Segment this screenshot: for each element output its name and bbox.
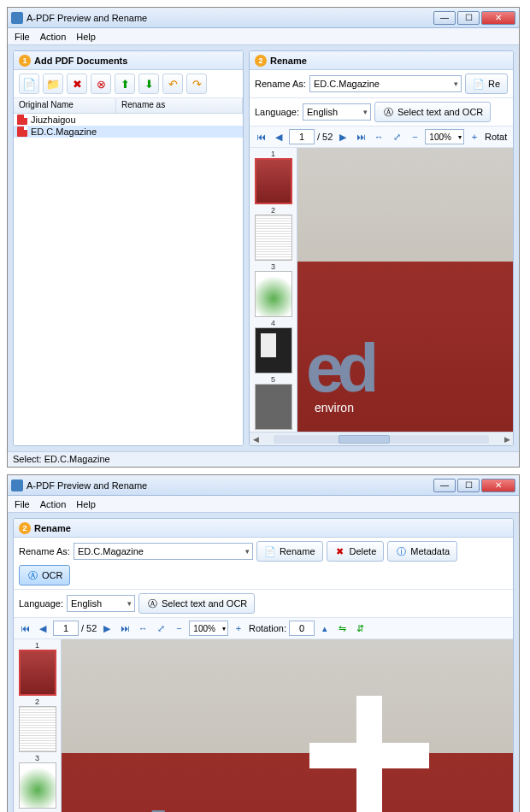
menu-help[interactable]: Help — [76, 499, 96, 509]
select-text-ocr-button[interactable]: Ⓐ Select text and OCR — [374, 102, 491, 122]
app-icon — [11, 480, 23, 491]
zoom-in-button[interactable]: + — [467, 129, 482, 144]
rename-button-short[interactable]: 📄 Re — [465, 74, 508, 94]
cover-logo: ed+c — [62, 808, 253, 812]
page-number-input[interactable] — [53, 621, 79, 636]
panel-add-title: Add PDF Documents — [34, 56, 127, 66]
thumbnail-strip[interactable]: 1 2 3 4 5 — [14, 639, 62, 812]
fit-page-button[interactable]: ⤢ — [389, 129, 404, 144]
zoom-dropdown[interactable]: 100% — [189, 621, 228, 636]
delete-button[interactable]: ✖ Delete — [327, 541, 385, 562]
thumbnail-strip[interactable]: 1 2 3 4 5 — [250, 148, 297, 432]
flip-v-button[interactable]: ⇵ — [353, 621, 368, 636]
ocr-select-icon: Ⓐ — [146, 597, 158, 609]
plus-graphic — [309, 696, 429, 812]
add-folder-button[interactable]: 📁 — [43, 74, 63, 94]
move-down-button[interactable]: ⬇ — [138, 74, 159, 94]
metadata-button[interactable]: ⓘ Metadata — [387, 541, 457, 562]
first-page-button[interactable]: ⏮ — [17, 621, 32, 636]
step-2-badge: 2 — [19, 522, 31, 534]
next-page-button[interactable]: ▶ — [99, 621, 115, 636]
language-dropdown[interactable]: English — [303, 103, 371, 121]
move-up-button[interactable]: ⬆ — [115, 74, 135, 94]
rename-button[interactable]: 📄 Rename — [256, 541, 323, 562]
fit-width-button[interactable]: ↔ — [371, 129, 386, 144]
menu-action[interactable]: Action — [40, 32, 67, 42]
panel-rename-header: 2 Rename — [250, 51, 513, 70]
last-page-button[interactable]: ⏭ — [117, 621, 132, 636]
rename-icon: 📄 — [473, 78, 485, 90]
menu-file[interactable]: File — [15, 499, 30, 509]
thumb-2[interactable]: 2 — [14, 697, 61, 752]
main-preview[interactable]: ed+c environmental design + c — [62, 639, 513, 812]
rename-icon: 📄 — [264, 545, 276, 557]
zoom-in-button[interactable]: + — [231, 621, 246, 636]
main-preview[interactable]: ed environ — [297, 148, 513, 432]
menu-help[interactable]: Help — [76, 32, 96, 42]
rotation-stepper[interactable]: ▴ — [317, 621, 333, 636]
file-list: Jiuzhaigou ED.C.Magazine — [14, 114, 243, 445]
col-rename[interactable]: Rename as — [116, 98, 243, 113]
menu-file[interactable]: File — [15, 32, 30, 42]
redo-button[interactable]: ↷ — [186, 74, 207, 94]
panel-rename-header: 2 Rename — [14, 519, 513, 538]
minimize-button[interactable]: — — [433, 11, 456, 25]
thumb-3[interactable]: 3 — [250, 262, 297, 317]
ocr-select-icon: Ⓐ — [382, 106, 394, 118]
next-page-button[interactable]: ▶ — [335, 129, 350, 144]
menubar: File Action Help — [8, 28, 519, 45]
app-title: A-PDF Preview and Rename — [26, 480, 433, 491]
language-dropdown[interactable]: English — [67, 595, 135, 612]
select-text-ocr-button[interactable]: Ⓐ Select text and OCR — [138, 593, 255, 614]
menu-action[interactable]: Action — [40, 499, 67, 509]
maximize-button[interactable]: ☐ — [457, 479, 480, 492]
fit-width-button[interactable]: ↔ — [135, 621, 150, 636]
step-2-badge: 2 — [255, 55, 267, 67]
rename-as-dropdown[interactable]: ED.C.Magazine — [309, 75, 462, 92]
last-page-button[interactable]: ⏭ — [353, 129, 368, 144]
thumb-4[interactable]: 4 — [250, 319, 297, 374]
minimize-button[interactable]: — — [433, 479, 456, 492]
maximize-button[interactable]: ☐ — [457, 11, 480, 25]
file-list-header: Original Name Rename as — [14, 98, 243, 114]
thumb-3[interactable]: 3 — [14, 754, 61, 809]
page-number-input[interactable] — [289, 129, 315, 144]
thumb-2[interactable]: 2 — [250, 206, 297, 261]
thumb-1[interactable]: 1 — [14, 641, 61, 696]
thumb-1[interactable]: 1 — [250, 150, 297, 204]
file-name: ED.C.Magazine — [31, 127, 97, 137]
scroll-left-icon[interactable]: ◀ — [250, 435, 262, 444]
rotation-label: Rotation: — [249, 623, 286, 633]
scroll-right-icon[interactable]: ▶ — [501, 435, 513, 444]
titlebar: A-PDF Preview and Rename — ☐ ✕ — [8, 475, 519, 496]
file-row[interactable]: ED.C.Magazine — [14, 126, 243, 138]
undo-button[interactable]: ↶ — [162, 74, 183, 94]
ocr-button[interactable]: Ⓐ OCR — [19, 565, 70, 585]
delete-icon: ✖ — [334, 545, 346, 557]
rotation-input[interactable] — [289, 621, 315, 636]
zoom-out-button[interactable]: − — [171, 621, 186, 636]
scroll-thumb[interactable] — [339, 435, 390, 444]
fit-page-button[interactable]: ⤢ — [153, 621, 168, 636]
zoom-dropdown[interactable]: 100% — [425, 129, 464, 144]
close-button[interactable]: ✕ — [481, 479, 515, 492]
thumb-5[interactable]: 5 — [250, 375, 297, 430]
col-original[interactable]: Original Name — [14, 98, 116, 113]
flip-h-button[interactable]: ⇋ — [335, 621, 350, 636]
remove-all-button[interactable]: ⊗ — [91, 74, 111, 94]
prev-page-button[interactable]: ◀ — [271, 129, 286, 144]
prev-page-button[interactable]: ◀ — [35, 621, 50, 636]
file-row[interactable]: Jiuzhaigou — [14, 114, 243, 126]
zoom-out-button[interactable]: − — [407, 129, 422, 144]
close-button[interactable]: ✕ — [481, 11, 515, 25]
ocr-icon: Ⓐ — [26, 569, 38, 581]
first-page-button[interactable]: ⏮ — [253, 129, 268, 144]
add-file-button[interactable]: 📄 — [19, 74, 39, 94]
remove-button[interactable]: ✖ — [67, 74, 87, 94]
titlebar: A-PDF Preview and Rename — ☐ ✕ — [8, 8, 519, 28]
horizontal-scrollbar[interactable]: ◀ ▶ — [250, 432, 513, 445]
language-label: Language: — [255, 107, 299, 117]
rename-as-dropdown[interactable]: ED.C.Magazine — [74, 543, 253, 560]
statusbar: Select: ED.C.Magazine — [8, 451, 519, 467]
status-text: Select: ED.C.Magazine — [13, 454, 110, 464]
